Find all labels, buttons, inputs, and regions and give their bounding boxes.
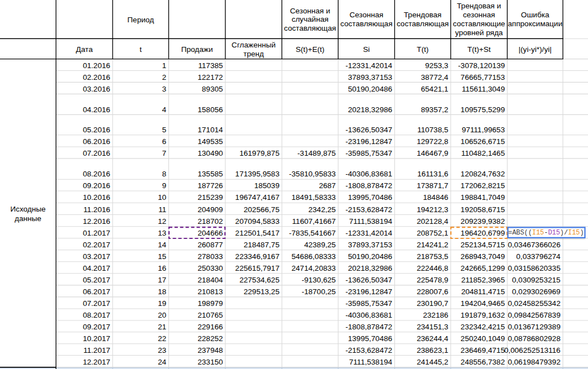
svg-text:37893,37153: 37893,37153 — [348, 73, 392, 82]
svg-text:сезонная: сезонная — [463, 11, 495, 19]
svg-text:171395,9583: 171395,9583 — [235, 170, 279, 178]
svg-text:4: 4 — [162, 106, 167, 114]
svg-text:24: 24 — [158, 358, 167, 366]
svg-text:03.2016: 03.2016 — [83, 85, 110, 93]
svg-text:Сглаженный: Сглаженный — [232, 41, 276, 49]
svg-text:149535: 149535 — [197, 137, 223, 146]
svg-text:24714,20833: 24714,20833 — [292, 264, 336, 272]
svg-text:109575,5299: 109575,5299 — [461, 106, 505, 114]
svg-text:65421,1: 65421,1 — [421, 85, 448, 93]
svg-text:тренд: тренд — [243, 50, 264, 58]
svg-text:211852,3965: 211852,3965 — [461, 276, 505, 284]
svg-text:252134,5715: 252134,5715 — [461, 241, 505, 249]
svg-text:14: 14 — [158, 241, 167, 249]
svg-text:242665,1299: 242665,1299 — [461, 264, 505, 272]
svg-text:50190,20486: 50190,20486 — [348, 85, 392, 93]
svg-text:110738,5: 110738,5 — [417, 126, 449, 134]
svg-text:12.2017: 12.2017 — [83, 358, 110, 366]
svg-text:05.2016: 05.2016 — [83, 126, 110, 134]
svg-text:194204,9465: 194204,9465 — [461, 299, 505, 308]
svg-text:Сезонная: Сезонная — [349, 11, 383, 19]
svg-text:20218,32986: 20218,32986 — [348, 106, 392, 114]
svg-text:12.2016: 12.2016 — [83, 217, 110, 226]
svg-text:232342,4215: 232342,4215 — [461, 323, 505, 331]
svg-text:225478,9: 225478,9 — [417, 276, 449, 284]
svg-text:09.2017: 09.2017 — [83, 323, 110, 331]
svg-text:184846: 184846 — [423, 193, 448, 202]
svg-text:54686,08333: 54686,08333 — [292, 252, 336, 261]
svg-text:18491,58333: 18491,58333 — [292, 193, 336, 202]
svg-text:аппроксимации: аппроксимации — [508, 20, 562, 28]
svg-text:204811,4715: 204811,4715 — [461, 287, 505, 296]
svg-text:0,033796274: 0,033796274 — [516, 252, 561, 261]
svg-text:-13626,50347: -13626,50347 — [345, 126, 392, 134]
svg-text:212501,5417: 212501,5417 — [235, 229, 279, 237]
svg-text:172062,8215: 172062,8215 — [461, 181, 505, 190]
svg-text:9: 9 — [162, 181, 167, 190]
svg-text:-1808,878472: -1808,878472 — [345, 323, 392, 331]
svg-text:-: - — [544, 229, 548, 237]
svg-text:07.2017: 07.2017 — [83, 299, 110, 308]
svg-text:-18700,25: -18700,25 — [302, 287, 336, 296]
svg-text:11.2016: 11.2016 — [83, 205, 110, 214]
svg-text:-40306,83681: -40306,83681 — [345, 170, 392, 178]
svg-text:18: 18 — [158, 287, 166, 296]
svg-text:16: 16 — [158, 264, 166, 272]
svg-text:9253,3: 9253,3 — [425, 61, 449, 70]
svg-text:15: 15 — [158, 252, 166, 261]
svg-text:01.2016: 01.2016 — [83, 61, 110, 70]
svg-text:209239,9382: 209239,9382 — [461, 217, 505, 226]
svg-text:89357,2: 89357,2 — [421, 106, 448, 114]
svg-text:161131,6: 161131,6 — [417, 170, 449, 178]
svg-text:250330: 250330 — [197, 264, 223, 272]
svg-text:20218,32986: 20218,32986 — [348, 264, 392, 272]
svg-text:187726: 187726 — [197, 181, 223, 190]
svg-text:Трендовая: Трендовая — [404, 11, 442, 19]
svg-text:89305: 89305 — [202, 85, 223, 93]
svg-text:198979: 198979 — [197, 299, 223, 308]
svg-text:222446,8: 222446,8 — [417, 264, 449, 272]
svg-text:19: 19 — [158, 299, 166, 308]
svg-text:-1808,878472: -1808,878472 — [345, 181, 392, 190]
svg-text:37893,37153: 37893,37153 — [348, 241, 392, 249]
svg-text:117385: 117385 — [198, 61, 223, 70]
svg-text:составляющая: составляющая — [397, 20, 449, 28]
svg-text:Дата: Дата — [76, 45, 93, 54]
svg-text:-35985,75347: -35985,75347 — [345, 149, 392, 157]
svg-text:237948: 237948 — [197, 346, 223, 354]
svg-text:236469,4715: 236469,4715 — [461, 346, 505, 354]
svg-text:02.2017: 02.2017 — [83, 241, 110, 249]
svg-text:248556,7382: 248556,7382 — [461, 358, 505, 366]
svg-text:-3078,120139: -3078,120139 — [458, 61, 505, 70]
svg-text:158056: 158056 — [197, 106, 223, 114]
svg-text:202566,75: 202566,75 — [244, 205, 279, 214]
svg-text:)/: )/ — [560, 229, 568, 237]
svg-text:1: 1 — [162, 61, 167, 70]
svg-text:202128,4: 202128,4 — [417, 217, 449, 226]
svg-text:238623,1: 238623,1 — [417, 346, 449, 354]
svg-text:02.2016: 02.2016 — [83, 73, 110, 82]
svg-text:2342,25: 2342,25 — [309, 205, 336, 214]
svg-text:случайная: случайная — [292, 15, 329, 23]
svg-text:-31489,875: -31489,875 — [297, 149, 336, 157]
svg-text:0,09842567839: 0,09842567839 — [508, 311, 561, 319]
svg-text:7111,538194: 7111,538194 — [349, 358, 393, 366]
svg-text:218753,5: 218753,5 — [417, 252, 449, 261]
svg-text:214241,2: 214241,2 — [417, 241, 449, 249]
svg-text:228007,6: 228007,6 — [417, 287, 449, 296]
svg-text:215239: 215239 — [197, 193, 223, 202]
svg-text:08.2017: 08.2017 — [83, 311, 110, 319]
svg-text:196747,4167: 196747,4167 — [235, 193, 279, 202]
svg-text:-35810,95833: -35810,95833 — [289, 170, 336, 178]
svg-text:07.2016: 07.2016 — [83, 149, 110, 157]
svg-text:129722,8: 129722,8 — [417, 137, 449, 146]
svg-text:T(t)+St: T(t)+St — [467, 45, 491, 54]
svg-text:161979,875: 161979,875 — [239, 149, 279, 157]
svg-text:97111,99653: 97111,99653 — [462, 126, 505, 134]
svg-text:198841,7049: 198841,7049 — [461, 193, 505, 202]
svg-text:10.2017: 10.2017 — [83, 334, 110, 343]
svg-text:207094,5833: 207094,5833 — [235, 217, 279, 226]
svg-text:Исходные: Исходные — [11, 205, 46, 213]
svg-text:-35985,75347: -35985,75347 — [345, 299, 392, 308]
svg-text:13: 13 — [158, 229, 166, 237]
